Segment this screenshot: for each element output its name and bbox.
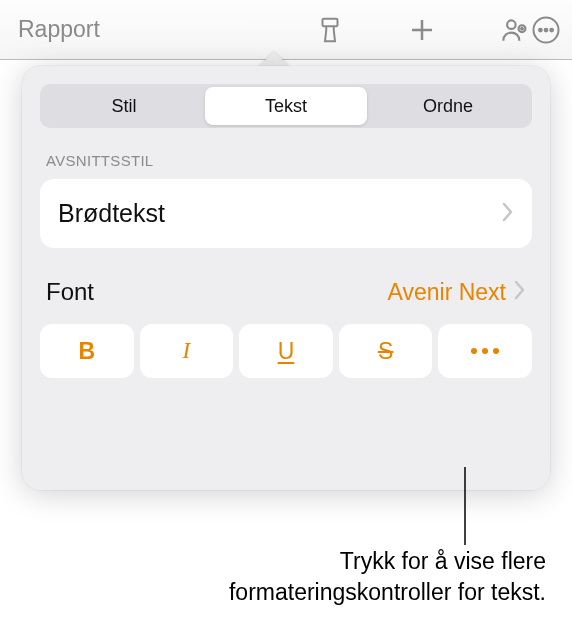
svg-point-8 [545,28,548,31]
add-icon[interactable] [406,14,438,46]
document-title[interactable]: Rapport [18,16,100,43]
font-label: Font [46,278,94,306]
popover-arrow [258,52,290,67]
svg-point-7 [539,28,542,31]
more-text-options-button[interactable] [438,324,532,378]
chevron-right-icon [502,202,514,226]
callout-text: Trykk for å vise flere formateringskontr… [229,546,546,608]
format-popover: Stil Tekst Ordne AVSNITTSSTIL Brødtekst … [22,66,550,490]
font-value-wrap: Avenir Next [388,279,526,306]
toolbar-icons-group [314,14,530,46]
ellipsis-icon [471,348,499,354]
tab-ordne[interactable]: Ordne [367,87,529,125]
callout-line-1: Trykk for å vise flere [229,546,546,577]
font-value: Avenir Next [388,279,506,306]
strikethrough-button[interactable]: S [339,324,433,378]
chevron-right-icon [514,280,526,304]
italic-button[interactable]: I [140,324,234,378]
svg-point-2 [507,20,516,29]
format-tabs: Stil Tekst Ordne [40,84,532,128]
format-brush-icon[interactable] [314,14,346,46]
font-row[interactable]: Font Avenir Next [40,278,532,318]
text-style-buttons: B I U S [40,324,532,378]
tab-tekst[interactable]: Tekst [205,87,367,125]
underline-button[interactable]: U [239,324,333,378]
paragraph-style-value: Brødtekst [58,199,165,228]
svg-point-9 [550,28,553,31]
more-toolbar-icon[interactable] [530,14,562,46]
paragraph-style-label: AVSNITTSSTIL [46,152,532,169]
collaborate-icon[interactable] [498,14,530,46]
paragraph-style-row[interactable]: Brødtekst [40,179,532,248]
callout-line-2: formateringskontroller for tekst. [229,577,546,608]
top-toolbar: Rapport [0,0,572,60]
bold-button[interactable]: B [40,324,134,378]
tab-stil[interactable]: Stil [43,87,205,125]
